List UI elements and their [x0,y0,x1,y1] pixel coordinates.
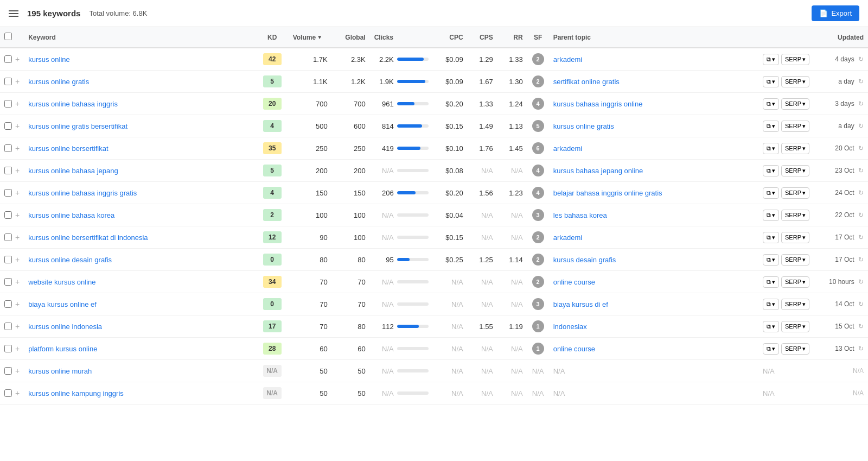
add-keyword-button[interactable]: + [15,78,20,85]
trend-button[interactable]: ⧉ ▾ [763,299,779,310]
refresh-icon[interactable]: ↻ [858,300,864,308]
trend-button[interactable]: ⧉ ▾ [763,143,779,154]
add-keyword-button[interactable]: + [15,233,20,241]
serp-button[interactable]: SERP ▾ [781,98,809,110]
select-all-checkbox[interactable] [4,33,12,40]
col-clicks[interactable]: Clicks [370,27,435,48]
refresh-icon[interactable]: ↻ [858,345,864,352]
trend-button[interactable]: ⧉ ▾ [763,232,779,243]
parent-topic-link[interactable]: indonesiax [553,323,587,331]
row-checkbox[interactable] [4,78,12,85]
col-kd[interactable]: KD [256,27,289,48]
parent-topic-link[interactable]: belajar bahasa inggris online gratis [553,189,662,197]
parent-topic-link[interactable]: arkademi [553,144,582,153]
serp-button[interactable]: SERP ▾ [781,54,809,65]
row-checkbox[interactable] [4,256,12,263]
row-checkbox[interactable] [4,367,12,375]
trend-button[interactable]: ⧉ ▾ [763,276,779,288]
add-keyword-button[interactable]: + [15,323,20,330]
row-checkbox[interactable] [4,323,12,330]
keyword-link[interactable]: kursus online bersertifikat [28,144,108,153]
row-checkbox[interactable] [4,167,12,174]
refresh-icon[interactable]: ↻ [858,144,864,152]
keyword-link[interactable]: kursus online desain grafis [28,256,112,264]
refresh-icon[interactable]: ↻ [858,78,864,85]
serp-button[interactable]: SERP ▾ [781,321,809,332]
keyword-link[interactable]: kursus online gratis [28,78,89,86]
refresh-icon[interactable]: ↻ [858,233,864,241]
parent-topic-link[interactable]: arkademi [553,233,582,242]
parent-topic-link[interactable]: kursus online gratis [553,122,614,130]
keyword-link[interactable]: kursus online [28,55,70,64]
keyword-link[interactable]: kursus online bahasa jepang [28,167,118,175]
add-keyword-button[interactable]: + [15,256,20,263]
refresh-icon[interactable]: ↻ [858,323,864,330]
keyword-link[interactable]: biaya kursus online ef [28,300,97,308]
row-checkbox[interactable] [4,100,12,108]
keyword-link[interactable]: kursus online murah [28,367,92,375]
col-rr[interactable]: RR [497,27,527,48]
serp-button[interactable]: SERP ▾ [781,187,809,199]
refresh-icon[interactable]: ↻ [858,278,864,286]
menu-icon[interactable] [9,10,18,17]
refresh-icon[interactable]: ↻ [858,122,864,130]
serp-button[interactable]: SERP ▾ [781,165,809,176]
refresh-icon[interactable]: ↻ [858,211,864,219]
refresh-icon[interactable]: ↻ [858,256,864,263]
row-checkbox[interactable] [4,211,12,219]
keyword-link[interactable]: kursus online gratis bersertifikat [28,122,127,130]
parent-topic-link[interactable]: online course [553,345,595,353]
trend-button[interactable]: ⧉ ▾ [763,343,779,355]
trend-button[interactable]: ⧉ ▾ [763,254,779,266]
export-button[interactable]: 📄 Export [812,5,859,21]
row-checkbox[interactable] [4,144,12,152]
trend-button[interactable]: ⧉ ▾ [763,76,779,87]
trend-button[interactable]: ⧉ ▾ [763,54,779,65]
keyword-link[interactable]: kursus online bahasa inggris gratis [28,189,137,197]
serp-button[interactable]: SERP ▾ [781,143,809,154]
serp-button[interactable]: SERP ▾ [781,121,809,132]
add-keyword-button[interactable]: + [15,144,20,152]
add-keyword-button[interactable]: + [15,389,20,397]
add-keyword-button[interactable]: + [15,278,20,286]
serp-button[interactable]: SERP ▾ [781,232,809,243]
parent-topic-link[interactable]: online course [553,278,595,286]
parent-topic-link[interactable]: sertifikat online gratis [553,78,620,86]
trend-button[interactable]: ⧉ ▾ [763,210,779,221]
trend-button[interactable]: ⧉ ▾ [763,187,779,199]
refresh-icon[interactable]: ↻ [858,189,864,197]
parent-topic-link[interactable]: kursus bahasa inggris online [553,100,643,108]
keyword-link[interactable]: kursus online kampung inggris [28,389,124,397]
serp-button[interactable]: SERP ▾ [781,76,809,87]
serp-button[interactable]: SERP ▾ [781,343,809,355]
row-checkbox[interactable] [4,233,12,241]
col-volume[interactable]: Volume ▼ [289,27,332,48]
keyword-link[interactable]: kursus online bahasa korea [28,211,114,219]
keyword-link[interactable]: kursus online indonesia [28,323,102,331]
row-checkbox[interactable] [4,345,12,352]
add-keyword-button[interactable]: + [15,167,20,174]
add-keyword-button[interactable]: + [15,367,20,375]
trend-button[interactable]: ⧉ ▾ [763,321,779,332]
parent-topic-link[interactable]: kursus desain grafis [553,256,616,264]
col-cps[interactable]: CPS [468,27,497,48]
serp-button[interactable]: SERP ▾ [781,254,809,266]
add-keyword-button[interactable]: + [15,189,20,197]
row-checkbox[interactable] [4,300,12,308]
parent-topic-link[interactable]: biaya kursus di ef [553,300,608,308]
select-all-checkbox-header[interactable] [0,27,24,48]
col-cpc[interactable]: CPC [435,27,468,48]
trend-button[interactable]: ⧉ ▾ [763,165,779,176]
add-keyword-button[interactable]: + [15,122,20,130]
row-checkbox[interactable] [4,122,12,130]
keyword-link[interactable]: kursus online bersertifikat di indonesia [28,233,148,242]
row-checkbox[interactable] [4,189,12,197]
add-keyword-button[interactable]: + [15,211,20,219]
serp-button[interactable]: SERP ▾ [781,210,809,221]
trend-button[interactable]: ⧉ ▾ [763,121,779,132]
row-checkbox[interactable] [4,278,12,286]
add-keyword-button[interactable]: + [15,300,20,308]
serp-button[interactable]: SERP ▾ [781,276,809,288]
refresh-icon[interactable]: ↻ [858,100,864,108]
add-keyword-button[interactable]: + [15,55,20,63]
